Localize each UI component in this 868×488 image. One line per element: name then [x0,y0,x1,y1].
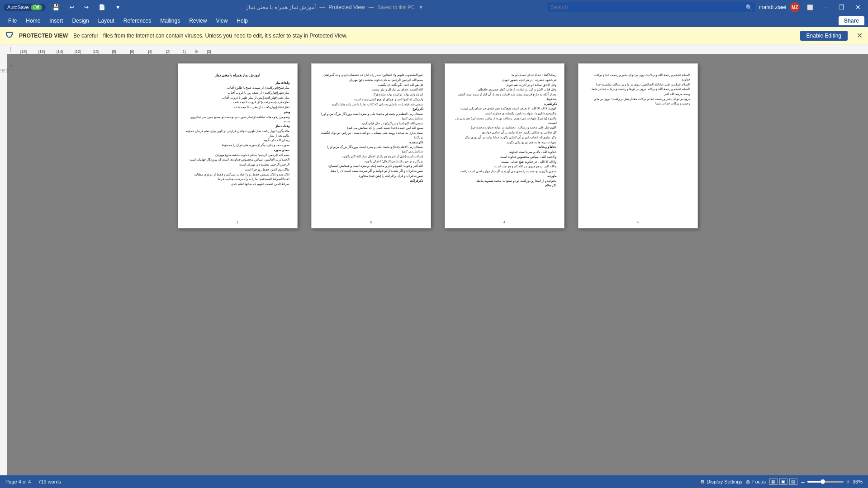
page-1: آموزش نماز همراه با معنی نماز وقفات نماز… [178,63,298,228]
p1-l6: وضو [185,110,290,114]
status-left: Page 4 of 4 719 words [5,479,61,484]
menu-home[interactable]: Home [21,16,45,26]
p4-l2: السلام علیکم و رحمة الله و برکاته: دروی … [586,87,690,91]
page-4-content: السلام علیکم و رحمة الله و برکات: دروی ب… [586,73,690,105]
title-bar-left: AutoSave Off 💾 ↩ ↪ 📄 ▼ [4,0,124,14]
ribbon-display-button[interactable]: ⬜ [803,0,817,14]
p2-l0: غیراالمغضوب علیهم ولا الضالین: نه در راه… [319,73,423,77]
search-input[interactable] [547,2,755,12]
close-button[interactable]: ✕ [852,0,864,14]
web-layout-view-button[interactable]: ▣ [779,479,787,485]
p1-l3: نماز عصر(چهاررکعت):پس از نماز ظهر تا غرو… [185,95,290,100]
p3-l19: بخوانید و ار اینجا رو دو رکعت دو دو صلوا… [452,179,557,183]
menu-references[interactable]: References [119,16,156,26]
autosave-badge[interactable]: AutoSave Off [4,4,46,11]
search-icon: 🔍 [745,4,753,11]
read-mode-button[interactable]: ▤ [789,479,797,485]
p2-l17: صورت قرآن: و اگر بلندند از تو خوانند و ا… [319,169,423,173]
display-settings-label: Display Settings [707,479,742,484]
ribbon-menu: File Home Insert Design Layout Reference… [0,14,868,27]
ruler-mark-14: |14| [51,49,69,54]
p2-l7: ذکررکوع [319,107,423,111]
menu-insert[interactable]: Insert [45,16,67,26]
page-wrapper-1: آموزش نماز همراه با معنی نماز وقفات نماز… [178,63,298,466]
p3-l7: و التوحید (تکبیره): شهادت دادن ، یکسانه … [452,111,557,116]
p3-l2: و قل الاحق ساعة : و در آخرت هم خودی [452,83,557,87]
p2-l3: الله الصمد: خدای بی نیاز قل و نیاز نیست [319,87,423,92]
menu-view[interactable]: View [212,16,232,26]
p2-l9: سجی الله اکبر(خدا و بزرگتر)(و در حال قیا… [319,121,423,126]
p2-l11: سجی داری به سجده رویید بعنی پیشانی . دو … [319,131,423,140]
zoom-in-button[interactable]: + [846,478,850,485]
p1-l5: نماز عشاء(چهاررکعت): از مغرب تا نیمه شب [185,105,290,109]
enable-editing-button[interactable]: Enable Editing [800,31,848,41]
p1-l8: وقفات نماز [185,124,290,128]
page-wrapper-3: ریحانا گفتا : خدایا خدای حمدک او ما فی ا… [445,63,564,466]
p2-l10: سمع الله لمن حمده (خدا: شنید کسی را که س… [319,126,423,130]
ruler-mark-1: |1| [177,49,190,54]
menu-file[interactable]: File [4,16,21,26]
status-bar: Page 4 of 4 719 words ⚙ Display Settings… [0,475,868,488]
menu-layout[interactable]: Layout [94,16,119,26]
autosave-label: AutoSave [7,5,29,10]
print-layout-view-button[interactable]: ▦ [769,479,778,485]
focus-button[interactable]: ◎ Focus [746,479,766,485]
menu-mailings[interactable]: Mailings [156,16,185,26]
p3-l11: و گر نمازی که انجام دادن بر آن کشلی بگوی… [452,135,557,140]
p1-l14: الحمد لرب العالمین: سپاس مخصوص خداوندی ا… [185,157,290,162]
p1-l17: ایاک نعبد و ایاک نستعین: فقط تو را عبادت… [185,172,290,177]
p2-l16: الله اکبر و قویه: القوم و ذکر و محمد (یک… [319,164,423,168]
ruler: |18| |16| |14| |12| |10| |8| |6| |4| |2|… [14,44,868,54]
title-bar-center: آموزش نماز همراه با معنی نماز — Protecte… [124,4,547,10]
zoom-slider[interactable] [807,481,844,483]
p1-l2: نماز ظهر(چهاررکعت): از نصف روز تا غروب آ… [185,90,290,95]
p2-l13: سبحان ربی الاعلی(خدا) و بحمد: یکی و منزه… [319,145,423,154]
ruler-mark-2: |2| [159,49,177,54]
p4-l4: ذروی بر تو ای بخیر و رحمت خدا و برکات مق… [586,97,690,106]
save-button[interactable]: 💾 [48,0,63,14]
new-document-button[interactable]: 📄 [95,0,109,14]
zoom-thumb[interactable] [821,479,825,484]
p3-l16: ولا اله الا الله ، جز خداوند هیچ خدایی ن… [452,160,557,164]
banner-close-button[interactable]: ✕ [857,31,863,40]
autosave-toggle[interactable]: Off [31,5,42,10]
minimize-button[interactable]: – [821,0,831,14]
restore-button[interactable]: ❐ [835,0,848,14]
ruler-mark-8: |8| [105,49,123,54]
ruler-mark-2r: |2| [203,49,215,54]
p2-l5: ولم یکن له کفوا احد: و همتای او هیچ کسی … [319,97,423,102]
menu-design[interactable]: Design [67,16,93,26]
p3-l15: و الحمد الله ، سپاس مخصوص خداوند است [452,155,557,159]
ruler-mark-4: |4| [141,49,159,54]
shield-icon: 🛡 [5,31,14,40]
p1-l13: بسم الله الرحمن الرحیم: به نام خداوند بخ… [185,153,290,157]
p3-l8: والنبوة (پیامبر): شهادت می دهیم ، رسالت … [452,116,557,125]
page-info: Page 4 of 4 [5,479,31,484]
display-settings-button[interactable]: ⚙ Display Settings [700,479,742,485]
p2-l15: بزرگتر و در حین بلندشدن(انتقال) اعمال بگ… [319,159,423,164]
zoom-fill [807,481,821,483]
page-2-content: غیراالمغضوب علیهم ولا الضالین: نه در راه… [319,73,423,183]
focus-label: Focus [752,479,766,484]
doc-area: |2| |4| |6| |8| |10| آموزش نماز همراه با… [0,54,868,475]
zoom-percent: 36% [853,479,863,484]
p1-l11: سوره حمد و یکی دیگر از سوره های قرآن را … [185,143,290,147]
redo-button[interactable]: ↪ [81,0,92,14]
page-3: ریحانا گفتا : خدایا خدای حمدک او ما فی ا… [445,63,564,228]
page1-num: 1 [237,220,238,224]
menu-review[interactable]: Review [185,16,211,26]
page-4: السلام علیکم و رحمة الله و برکات: دروی ب… [578,63,698,228]
avatar[interactable]: MZ [790,2,800,12]
customize-button[interactable]: ▼ [112,0,124,14]
ruler-left-marker: | [7,47,14,52]
p1-l16: مالک یوم الدین: فقط روز جزا است [185,167,290,172]
ruler-mark-10: |10| [87,49,105,54]
undo-button[interactable]: ↩ [66,0,78,14]
zoom-out-button[interactable]: – [801,478,805,485]
menu-help[interactable]: Help [232,16,252,26]
protected-banner: 🛡 PROTECTED VIEW Be careful—files from t… [0,27,868,44]
p3-l5: ذکرتکبیره [452,102,557,106]
user-name: mahdi ziaei [759,4,787,10]
p1-l18: اهدنا الصراط المستقیم: ما را به راه درست… [185,177,290,181]
share-button[interactable]: Share [839,16,864,25]
